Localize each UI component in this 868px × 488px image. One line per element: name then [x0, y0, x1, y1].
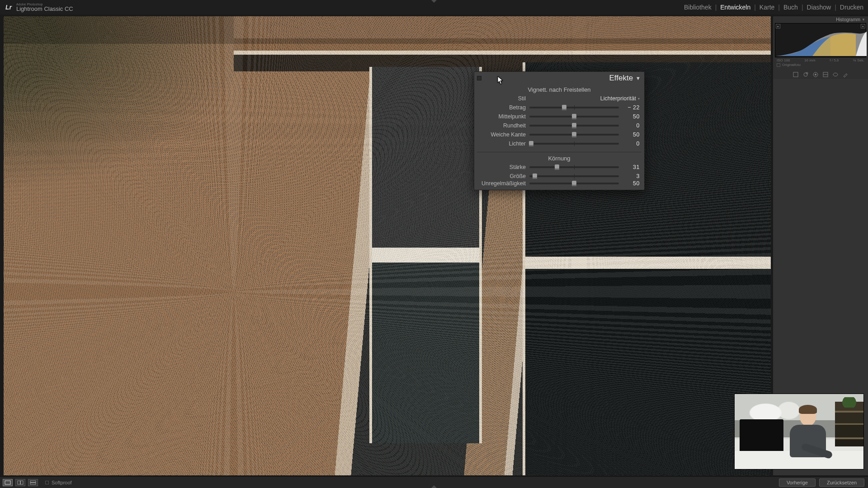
app-logo-icon: Lr: [4, 2, 14, 12]
vignette-style-select[interactable]: Lichterpriorität ▾: [600, 95, 640, 102]
effects-panel-collapse-icon[interactable]: ▼: [636, 75, 641, 81]
mittelpunkt-slider-thumb[interactable]: [572, 114, 576, 119]
vignette-style-value: Lichterpriorität: [600, 95, 636, 102]
betrag-slider[interactable]: [529, 107, 619, 108]
groesse-slider[interactable]: [529, 175, 619, 177]
betrag-value[interactable]: − 22: [623, 104, 640, 111]
staerke-slider-thumb[interactable]: [555, 164, 559, 170]
rundheit-value[interactable]: 0: [623, 122, 640, 129]
zoomed-photo: [4, 16, 658, 369]
staerke-value[interactable]: 31: [623, 164, 640, 170]
weiche-kante-label: Weiche Kante: [479, 131, 526, 138]
betrag-slider-thumb[interactable]: [562, 105, 566, 110]
expand-top-panel-icon[interactable]: [431, 0, 437, 3]
betrag-label: Betrag: [479, 104, 526, 111]
staerke-label: Stärke: [479, 164, 526, 170]
app-brand-big: Lightroom Classic CC: [16, 6, 73, 12]
vignette-style-label: Stil: [479, 95, 526, 102]
top-bar: Lr Adobe Photoshop Lightroom Classic CC …: [0, 0, 658, 14]
weiche-kante-value[interactable]: 50: [623, 131, 640, 138]
effects-panel-title: Effekte: [609, 74, 633, 83]
groesse-slider-thumb[interactable]: [533, 174, 537, 179]
staerke-slider[interactable]: [529, 166, 619, 168]
image-canvas[interactable]: [4, 16, 658, 369]
groesse-label: Größe: [479, 173, 526, 179]
lichter-slider-thumb[interactable]: [529, 141, 533, 146]
rundheit-slider[interactable]: [529, 125, 619, 127]
mittelpunkt-slider[interactable]: [529, 116, 619, 117]
rundheit-slider-thumb[interactable]: [572, 123, 576, 128]
rundheit-label: Rundheit: [479, 122, 526, 129]
weiche-kante-slider[interactable]: [529, 134, 619, 136]
unregel-label: Unregelmäßigkeit: [479, 180, 526, 187]
dropdown-icon: ▾: [638, 97, 640, 101]
groesse-value[interactable]: 3: [623, 173, 640, 179]
unregel-slider[interactable]: [529, 183, 619, 184]
mittelpunkt-value[interactable]: 50: [623, 113, 640, 120]
effects-panel-toggle[interactable]: [477, 76, 481, 80]
effects-panel[interactable]: Effekte ▼ Vignett. nach Freistellen Stil…: [474, 71, 645, 190]
vignette-section-title: Vignett. nach Freistellen: [474, 84, 644, 94]
weiche-kante-slider-thumb[interactable]: [572, 132, 576, 137]
unregel-value[interactable]: 50: [623, 180, 640, 187]
grain-section-title: Körnung: [474, 153, 644, 163]
app-logo-block: Lr Adobe Photoshop Lightroom Classic CC: [0, 2, 73, 12]
unregel-slider-thumb[interactable]: [572, 181, 576, 186]
lichter-value[interactable]: 0: [623, 141, 640, 147]
lichter-slider[interactable]: [529, 143, 619, 145]
panel-divider: [477, 152, 642, 152]
lichter-label: Lichter: [479, 141, 526, 147]
mittelpunkt-label: Mittelpunkt: [479, 113, 526, 120]
